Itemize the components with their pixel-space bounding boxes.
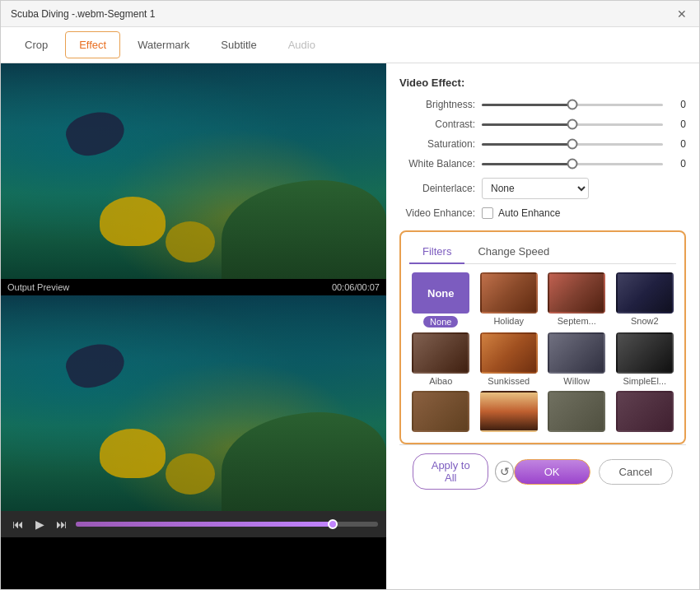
- coral-yellow3: [100, 429, 166, 478]
- filter-item-none[interactable]: None None: [409, 272, 473, 328]
- filter-item-row3b[interactable]: [478, 391, 541, 434]
- saturation-row: Saturation: 0: [399, 138, 686, 150]
- output-label-bar: Output Preview 00:06/00:07: [1, 279, 386, 295]
- filter-thumb-row3b: [480, 391, 538, 432]
- filter-item-snow2[interactable]: Snow2: [614, 272, 677, 328]
- filter-thumb-sunkissed: [480, 332, 538, 374]
- contrast-row: Contrast: 0: [399, 118, 686, 130]
- bottom-bar: Apply to All ↺ OK Cancel: [399, 444, 686, 498]
- window-title: Scuba Diving -.webm-Segment 1: [11, 8, 155, 20]
- filter-name-holiday: Holiday: [493, 316, 524, 326]
- filter-thumb-snow2: [616, 272, 674, 314]
- coral-yellow2: [166, 221, 215, 262]
- apply-to-all-button[interactable]: Apply to All: [413, 453, 488, 490]
- filter-thumb-willow: [548, 332, 605, 374]
- white-balance-fill: [482, 163, 572, 165]
- contrast-value: 0: [670, 118, 686, 130]
- filter-item-septem[interactable]: Septem...: [545, 272, 609, 328]
- filter-name-sunkissed: Sunkissed: [488, 376, 530, 386]
- title-bar: Scuba Diving -.webm-Segment 1 ✕: [1, 1, 699, 27]
- filter-item-row3d[interactable]: [614, 391, 677, 434]
- white-balance-label: White Balance:: [399, 158, 482, 170]
- progress-thumb: [328, 519, 338, 529]
- filter-name-simpleel: SimpleEl...: [623, 376, 666, 386]
- filter-item-row3c[interactable]: [545, 391, 609, 434]
- contrast-fill: [482, 123, 572, 126]
- brightness-fill: [482, 104, 572, 106]
- tab-subtitle[interactable]: Subtitle: [207, 31, 270, 58]
- saturation-slider-container: 0: [482, 138, 686, 150]
- filter-thumb-simpleel: [616, 332, 674, 374]
- saturation-value: 0: [670, 138, 686, 150]
- enhance-row: Video Enhance: Auto Enhance: [399, 207, 686, 219]
- saturation-fill: [482, 143, 572, 146]
- filter-thumb-row3a: [412, 391, 469, 432]
- filter-name-none: None: [423, 316, 458, 328]
- timecode-label: 00:06/00:07: [332, 282, 380, 292]
- filter-item-simpleel[interactable]: SimpleEl...: [614, 332, 677, 386]
- close-button[interactable]: ✕: [674, 7, 689, 21]
- ok-cancel-section: OK Cancel: [514, 459, 673, 485]
- brightness-slider-container: 0: [482, 99, 686, 110]
- tab-crop[interactable]: Crop: [11, 31, 62, 58]
- filter-item-willow[interactable]: Willow: [545, 332, 609, 386]
- contrast-thumb: [567, 119, 578, 130]
- saturation-thumb: [567, 139, 578, 150]
- output-preview-label: Output Preview: [7, 282, 69, 292]
- tab-filters[interactable]: Filters: [409, 240, 464, 264]
- auto-enhance-checkbox[interactable]: [482, 207, 493, 219]
- contrast-label: Contrast:: [399, 118, 482, 130]
- filter-item-holiday[interactable]: Holiday: [478, 272, 541, 328]
- tab-audio: Audio: [274, 31, 329, 58]
- filter-thumb-row3c: [548, 391, 605, 432]
- tabs-bar: Crop Effect Watermark Subtitle Audio: [1, 27, 699, 63]
- deinterlace-select[interactable]: None Blend Discard: [482, 178, 589, 199]
- apply-section: Apply to All ↺: [413, 453, 514, 490]
- filter-name-aibao: Aibao: [429, 376, 452, 386]
- filter-name-willow: Willow: [563, 376, 590, 386]
- brightness-row: Brightness: 0: [399, 99, 686, 110]
- filter-thumb-row3d: [616, 391, 674, 432]
- right-panel: Video Effect: Brightness: 0 Contrast:: [386, 63, 699, 589]
- brightness-value: 0: [670, 99, 686, 110]
- white-balance-thumb: [567, 159, 578, 170]
- deinterlace-label: Deinterlace:: [399, 183, 482, 194]
- filter-tabs: Filters Change Speed: [409, 240, 676, 264]
- enhance-label: Video Enhance:: [399, 207, 482, 219]
- ok-button[interactable]: OK: [514, 459, 590, 485]
- deinterlace-row: Deinterlace: None Blend Discard: [399, 178, 686, 199]
- brightness-thumb: [567, 100, 578, 110]
- play-button[interactable]: ▶: [32, 516, 48, 532]
- filter-thumb-aibao: [412, 332, 469, 374]
- filter-grid: None None Holiday Septem...: [409, 272, 676, 434]
- white-balance-row: White Balance: 0: [399, 158, 686, 170]
- white-balance-slider[interactable]: [482, 163, 663, 165]
- tab-effect[interactable]: Effect: [65, 31, 120, 58]
- filter-item-row3a[interactable]: [409, 391, 473, 434]
- filter-item-sunkissed[interactable]: Sunkissed: [478, 332, 541, 386]
- white-balance-value: 0: [670, 158, 686, 170]
- coral-yellow4: [166, 453, 215, 495]
- tab-change-speed[interactable]: Change Speed: [464, 240, 562, 264]
- brightness-label: Brightness:: [399, 99, 482, 110]
- contrast-slider[interactable]: [482, 123, 663, 126]
- progress-fill: [76, 522, 333, 527]
- coral-yellow: [100, 197, 166, 246]
- progress-bar[interactable]: [76, 522, 378, 527]
- cancel-button[interactable]: Cancel: [599, 459, 673, 485]
- filter-item-aibao[interactable]: Aibao: [409, 332, 473, 386]
- auto-enhance-label: Auto Enhance: [498, 207, 560, 219]
- brightness-slider[interactable]: [482, 104, 663, 106]
- refresh-button[interactable]: ↺: [495, 461, 513, 482]
- step-forward-button[interactable]: ⏭: [53, 516, 71, 532]
- contrast-slider-container: 0: [482, 118, 686, 130]
- tab-watermark[interactable]: Watermark: [124, 31, 203, 58]
- auto-enhance-checkbox-label[interactable]: Auto Enhance: [482, 207, 560, 219]
- main-content: Output Preview 00:06/00:07 ⏮ ▶ ⏭: [1, 63, 699, 589]
- filters-panel: Filters Change Speed None None: [399, 230, 686, 444]
- left-panel: Output Preview 00:06/00:07 ⏮ ▶ ⏭: [1, 63, 386, 589]
- video-effect-label: Video Effect:: [399, 77, 686, 89]
- step-back-button[interactable]: ⏮: [9, 516, 27, 532]
- saturation-slider[interactable]: [482, 143, 663, 146]
- playback-controls: ⏮ ▶ ⏭: [1, 511, 386, 537]
